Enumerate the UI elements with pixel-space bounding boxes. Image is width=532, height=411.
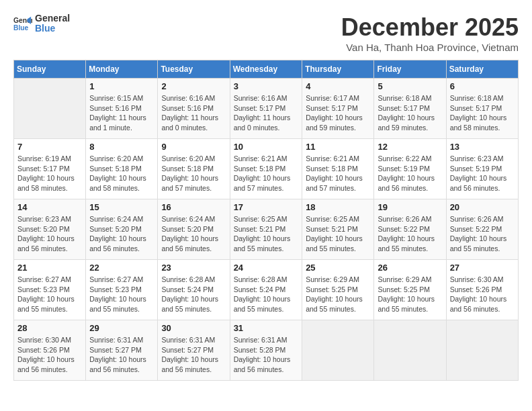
- calendar-cell: 14Sunrise: 6:23 AM Sunset: 5:20 PM Dayli…: [14, 199, 86, 260]
- cell-info: Sunrise: 6:30 AM Sunset: 5:26 PM Dayligh…: [17, 335, 82, 375]
- calendar-cell: 3Sunrise: 6:16 AM Sunset: 5:17 PM Daylig…: [230, 79, 302, 139]
- cell-date: 9: [161, 142, 226, 152]
- cell-date: 20: [450, 202, 515, 212]
- calendar-cell: 21Sunrise: 6:27 AM Sunset: 5:23 PM Dayli…: [14, 260, 86, 320]
- day-header: Saturday: [446, 60, 518, 79]
- cell-date: 18: [306, 202, 370, 212]
- calendar-week: 21Sunrise: 6:27 AM Sunset: 5:23 PM Dayli…: [14, 260, 519, 320]
- cell-info: Sunrise: 6:31 AM Sunset: 5:27 PM Dayligh…: [89, 335, 154, 375]
- calendar-cell: 17Sunrise: 6:25 AM Sunset: 5:21 PM Dayli…: [230, 199, 302, 260]
- cell-info: Sunrise: 6:29 AM Sunset: 5:25 PM Dayligh…: [378, 275, 442, 314]
- calendar-cell: [14, 79, 86, 139]
- cell-date: 3: [234, 81, 299, 91]
- cell-info: Sunrise: 6:26 AM Sunset: 5:22 PM Dayligh…: [450, 214, 515, 254]
- cell-date: 5: [378, 81, 442, 91]
- cell-info: Sunrise: 6:27 AM Sunset: 5:23 PM Dayligh…: [89, 275, 154, 314]
- cell-info: Sunrise: 6:24 AM Sunset: 5:20 PM Dayligh…: [161, 214, 226, 254]
- cell-info: Sunrise: 6:21 AM Sunset: 5:18 PM Dayligh…: [306, 154, 370, 193]
- cell-info: Sunrise: 6:27 AM Sunset: 5:23 PM Dayligh…: [17, 275, 82, 314]
- day-header: Monday: [86, 60, 158, 79]
- calendar-cell: 29Sunrise: 6:31 AM Sunset: 5:27 PM Dayli…: [86, 320, 158, 381]
- cell-info: Sunrise: 6:30 AM Sunset: 5:26 PM Dayligh…: [450, 275, 515, 314]
- cell-date: 21: [17, 263, 82, 273]
- cell-info: Sunrise: 6:18 AM Sunset: 5:17 PM Dayligh…: [378, 93, 442, 133]
- calendar-subtitle: Van Ha, Thanh Hoa Province, Vietnam: [341, 42, 519, 53]
- cell-info: Sunrise: 6:18 AM Sunset: 5:17 PM Dayligh…: [450, 93, 515, 133]
- calendar-week: 28Sunrise: 6:30 AM Sunset: 5:26 PM Dayli…: [14, 320, 519, 381]
- calendar-week: 1Sunrise: 6:15 AM Sunset: 5:16 PM Daylig…: [14, 79, 519, 139]
- cell-info: Sunrise: 6:20 AM Sunset: 5:18 PM Dayligh…: [89, 154, 154, 193]
- cell-date: 25: [306, 263, 370, 273]
- cell-date: 10: [234, 142, 299, 152]
- cell-date: 4: [306, 81, 370, 91]
- calendar-cell: 9Sunrise: 6:20 AM Sunset: 5:18 PM Daylig…: [158, 139, 230, 199]
- cell-info: Sunrise: 6:28 AM Sunset: 5:24 PM Dayligh…: [234, 275, 299, 314]
- calendar-cell: 6Sunrise: 6:18 AM Sunset: 5:17 PM Daylig…: [446, 79, 518, 139]
- logo: General Blue General Blue: [13, 13, 70, 34]
- cell-info: Sunrise: 6:16 AM Sunset: 5:16 PM Dayligh…: [161, 93, 226, 133]
- calendar-cell: 7Sunrise: 6:19 AM Sunset: 5:17 PM Daylig…: [14, 139, 86, 199]
- cell-date: 22: [89, 263, 154, 273]
- cell-date: 1: [89, 81, 154, 91]
- day-header: Sunday: [14, 60, 86, 79]
- cell-date: 14: [17, 202, 82, 212]
- cell-date: 29: [89, 323, 154, 333]
- calendar-table: SundayMondayTuesdayWednesdayThursdayFrid…: [13, 60, 519, 381]
- cell-info: Sunrise: 6:22 AM Sunset: 5:19 PM Dayligh…: [378, 154, 442, 193]
- calendar-cell: 25Sunrise: 6:29 AM Sunset: 5:25 PM Dayli…: [302, 260, 374, 320]
- calendar-cell: 1Sunrise: 6:15 AM Sunset: 5:16 PM Daylig…: [86, 79, 158, 139]
- calendar-cell: 19Sunrise: 6:26 AM Sunset: 5:22 PM Dayli…: [374, 199, 446, 260]
- logo-general: General: [35, 13, 70, 24]
- cell-date: 11: [306, 142, 370, 152]
- cell-info: Sunrise: 6:25 AM Sunset: 5:21 PM Dayligh…: [234, 214, 299, 254]
- day-header: Wednesday: [230, 60, 302, 79]
- calendar-cell: [374, 320, 446, 381]
- calendar-cell: 28Sunrise: 6:30 AM Sunset: 5:26 PM Dayli…: [14, 320, 86, 381]
- cell-date: 8: [89, 142, 154, 152]
- cell-date: 23: [161, 263, 226, 273]
- calendar-cell: 8Sunrise: 6:20 AM Sunset: 5:18 PM Daylig…: [86, 139, 158, 199]
- calendar-cell: [302, 320, 374, 381]
- cell-info: Sunrise: 6:16 AM Sunset: 5:17 PM Dayligh…: [234, 93, 299, 133]
- calendar-cell: 2Sunrise: 6:16 AM Sunset: 5:16 PM Daylig…: [158, 79, 230, 139]
- calendar-week: 7Sunrise: 6:19 AM Sunset: 5:17 PM Daylig…: [14, 139, 519, 199]
- cell-info: Sunrise: 6:23 AM Sunset: 5:19 PM Dayligh…: [450, 154, 515, 193]
- cell-date: 28: [17, 323, 82, 333]
- header: General Blue General Blue December 2025 …: [13, 13, 519, 53]
- calendar-cell: [446, 320, 518, 381]
- calendar-cell: 31Sunrise: 6:31 AM Sunset: 5:28 PM Dayli…: [230, 320, 302, 381]
- logo-icon: General Blue: [13, 14, 32, 33]
- cell-date: 30: [161, 323, 226, 333]
- cell-info: Sunrise: 6:17 AM Sunset: 5:17 PM Dayligh…: [306, 93, 370, 133]
- calendar-cell: 23Sunrise: 6:28 AM Sunset: 5:24 PM Dayli…: [158, 260, 230, 320]
- cell-info: Sunrise: 6:24 AM Sunset: 5:20 PM Dayligh…: [89, 214, 154, 254]
- calendar-cell: 11Sunrise: 6:21 AM Sunset: 5:18 PM Dayli…: [302, 139, 374, 199]
- calendar-title: December 2025: [341, 13, 519, 42]
- calendar-cell: 15Sunrise: 6:24 AM Sunset: 5:20 PM Dayli…: [86, 199, 158, 260]
- day-header: Friday: [374, 60, 446, 79]
- calendar-cell: 16Sunrise: 6:24 AM Sunset: 5:20 PM Dayli…: [158, 199, 230, 260]
- calendar-cell: 27Sunrise: 6:30 AM Sunset: 5:26 PM Dayli…: [446, 260, 518, 320]
- cell-info: Sunrise: 6:25 AM Sunset: 5:21 PM Dayligh…: [306, 214, 370, 254]
- cell-info: Sunrise: 6:19 AM Sunset: 5:17 PM Dayligh…: [17, 154, 82, 193]
- svg-text:Blue: Blue: [13, 25, 29, 32]
- cell-date: 16: [161, 202, 226, 212]
- cell-date: 15: [89, 202, 154, 212]
- cell-info: Sunrise: 6:28 AM Sunset: 5:24 PM Dayligh…: [161, 275, 226, 314]
- cell-date: 17: [234, 202, 299, 212]
- cell-info: Sunrise: 6:31 AM Sunset: 5:28 PM Dayligh…: [234, 335, 299, 375]
- title-section: December 2025 Van Ha, Thanh Hoa Province…: [341, 13, 519, 53]
- calendar-cell: 13Sunrise: 6:23 AM Sunset: 5:19 PM Dayli…: [446, 139, 518, 199]
- cell-date: 13: [450, 142, 515, 152]
- cell-date: 2: [161, 81, 226, 91]
- calendar-cell: 5Sunrise: 6:18 AM Sunset: 5:17 PM Daylig…: [374, 79, 446, 139]
- cell-info: Sunrise: 6:29 AM Sunset: 5:25 PM Dayligh…: [306, 275, 370, 314]
- logo-blue: Blue: [35, 24, 70, 34]
- cell-info: Sunrise: 6:26 AM Sunset: 5:22 PM Dayligh…: [378, 214, 442, 254]
- cell-date: 27: [450, 263, 515, 273]
- cell-date: 7: [17, 142, 82, 152]
- calendar-cell: 4Sunrise: 6:17 AM Sunset: 5:17 PM Daylig…: [302, 79, 374, 139]
- calendar-week: 14Sunrise: 6:23 AM Sunset: 5:20 PM Dayli…: [14, 199, 519, 260]
- calendar-cell: 18Sunrise: 6:25 AM Sunset: 5:21 PM Dayli…: [302, 199, 374, 260]
- cell-date: 19: [378, 202, 442, 212]
